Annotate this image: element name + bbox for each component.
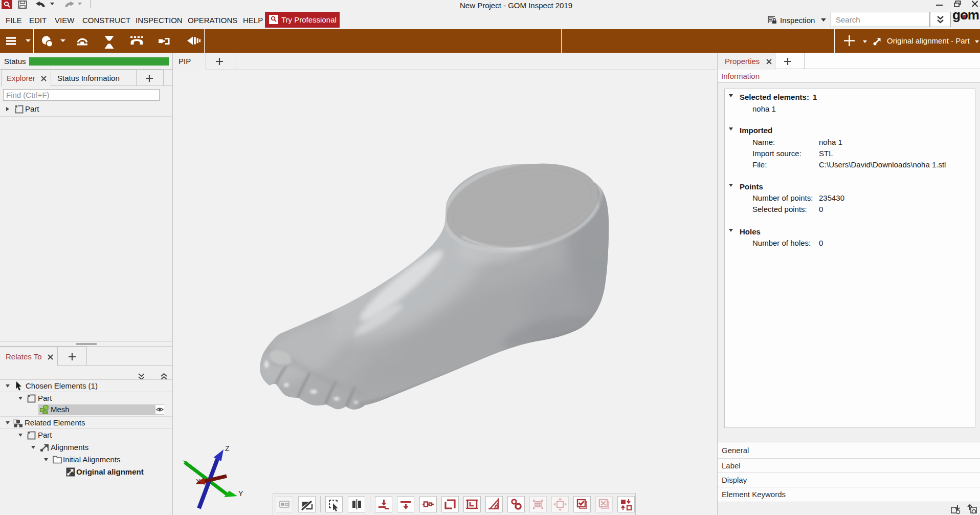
svg-text:Z: Z xyxy=(225,444,230,453)
svg-text:X: X xyxy=(196,478,201,486)
svg-text:Y: Y xyxy=(238,489,243,498)
